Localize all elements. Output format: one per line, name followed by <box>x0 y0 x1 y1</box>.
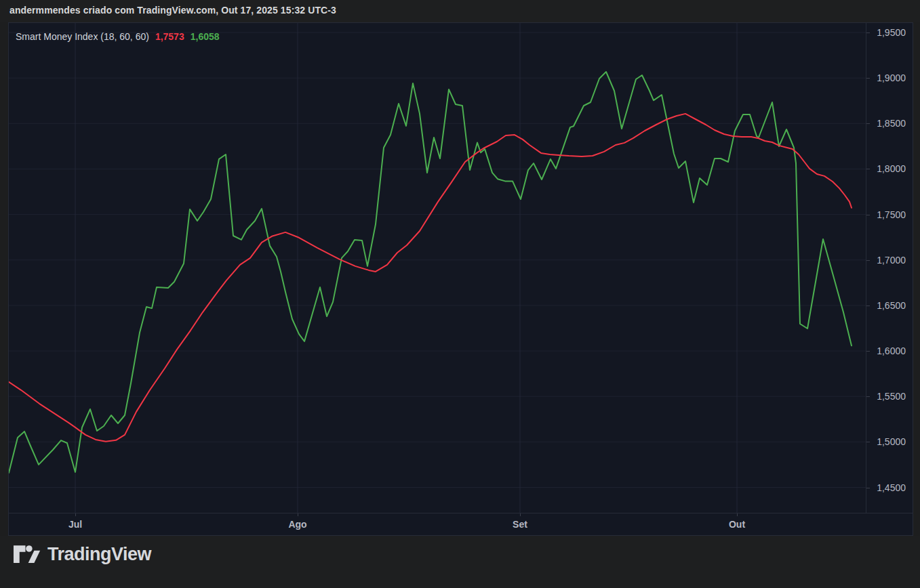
smi-smoothing-line-red <box>9 114 852 442</box>
price-tick-mark <box>866 442 870 442</box>
price-tick-mark <box>866 169 870 169</box>
footer-bar: TradingView <box>0 536 920 588</box>
price-tick-mark <box>866 215 870 215</box>
price-tick-mark <box>866 123 870 124</box>
price-tick-mark <box>866 396 870 397</box>
indicator-legend[interactable]: Smart Money Index (18, 60, 60)1,75731,60… <box>16 31 220 42</box>
price-tick-mark <box>866 260 870 261</box>
time-axis[interactable]: JulAgoSetOut <box>9 513 913 535</box>
price-tick-label: 1,8500 <box>877 117 906 129</box>
tradingview-logo[interactable]: TradingView <box>14 543 151 566</box>
price-tick-mark <box>866 306 870 306</box>
price-tick-mark <box>866 351 870 352</box>
price-tick-label: 1,9000 <box>877 72 906 84</box>
watermark-bar: andermmendes criado com TradingView.com,… <box>0 0 920 22</box>
chart-container: Smart Money Index (18, 60, 60)1,75731,60… <box>8 22 913 536</box>
time-tick-label: Jul <box>55 519 96 530</box>
price-tick-label: 1,6500 <box>877 299 906 312</box>
indicator-title: Smart Money Index (18, 60, 60) <box>16 31 149 42</box>
time-tick-label: Ago <box>277 519 318 530</box>
indicator-value-green: 1,6058 <box>191 31 220 42</box>
price-tick-mark <box>866 78 870 79</box>
price-tick-label: 1,6000 <box>877 345 906 357</box>
indicator-value-red: 1,7573 <box>155 31 184 42</box>
price-tick-label: 1,5000 <box>877 436 906 448</box>
time-tick-label: Set <box>500 519 540 530</box>
price-tick-label: 1,4500 <box>877 482 906 494</box>
price-tick-label: 1,9500 <box>877 26 906 39</box>
tradingview-logo-icon <box>14 543 41 566</box>
price-axis[interactable]: 1,95001,90001,85001,80001,75001,70001,65… <box>866 23 913 513</box>
time-tick-mark <box>737 513 738 516</box>
price-tick-mark <box>866 488 870 488</box>
price-tick-label: 1,8000 <box>877 163 906 175</box>
price-chart[interactable] <box>9 23 866 513</box>
time-tick-mark <box>520 513 521 516</box>
price-tick-mark <box>866 33 870 33</box>
price-tick-label: 1,7000 <box>877 254 906 266</box>
price-tick-label: 1,5500 <box>877 390 906 402</box>
time-tick-mark <box>75 513 76 516</box>
time-tick-label: Out <box>717 519 757 530</box>
time-tick-mark <box>298 513 298 516</box>
tradingview-logo-text: TradingView <box>47 544 151 565</box>
watermark-text: andermmendes criado com TradingView.com,… <box>9 5 336 16</box>
price-tick-label: 1,7500 <box>877 209 906 221</box>
